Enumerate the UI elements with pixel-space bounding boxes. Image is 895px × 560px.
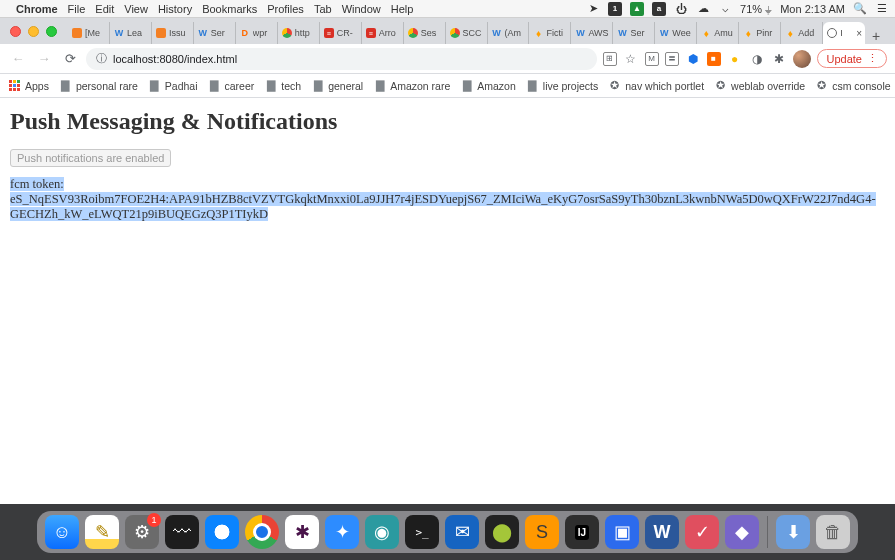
extension-icon[interactable]: 〓 [665,52,679,66]
bookmark-folder[interactable]: ▇live projects [526,79,598,92]
extension-icon[interactable]: ◑ [749,51,765,67]
browser-tab[interactable]: Ses [404,22,446,44]
menu-history[interactable]: History [158,3,192,15]
browser-tab[interactable]: WWee [655,22,697,44]
clock[interactable]: Mon 2:13 AM [780,3,845,15]
dock-app-notes[interactable]: ✎ [85,515,119,549]
status-icon[interactable]: ⏻ [674,2,688,16]
menu-edit[interactable]: Edit [95,3,114,15]
browser-tab[interactable]: ≡CR- [320,22,362,44]
browser-tab[interactable]: WAWS [571,22,613,44]
forward-button[interactable]: → [34,49,54,69]
browser-tab[interactable]: Dwpr [236,22,278,44]
dock-app-zoom[interactable]: ✦ [325,515,359,549]
browser-tab[interactable]: ≡Arro [362,22,404,44]
tab-favicon: W [197,27,209,39]
dock-app-finder[interactable]: ☺ [45,515,79,549]
bookmark-link[interactable]: ✪nav which portlet [608,79,704,92]
profile-avatar[interactable] [793,50,811,68]
dock-app-chrome[interactable] [245,515,279,549]
menu-profiles[interactable]: Profiles [267,3,304,15]
dock-app-generic1[interactable]: ◆ [725,515,759,549]
bookmark-folder[interactable]: ▇Amazon [460,79,516,92]
browser-tab[interactable]: I× [823,22,865,44]
dock-app-iterm[interactable]: >_ [405,515,439,549]
dock-app-trash[interactable]: 🗑 [816,515,850,549]
browser-tab[interactable]: WSer [613,22,655,44]
browser-tab[interactable]: Issu [152,22,194,44]
bookmark-folder[interactable]: ▇general [311,79,363,92]
bookmark-link[interactable]: ✪csm console [815,79,890,92]
dock-app-todo[interactable]: ✓ [685,515,719,549]
battery-status[interactable]: 71% ⏚ [740,3,772,15]
fcm-token-text[interactable]: fcm token: eS_NqESV93Roibm7FOE2H4:APA91b… [10,177,755,222]
window-minimize-button[interactable] [28,26,39,37]
extensions-menu-icon[interactable]: ✱ [771,51,787,67]
status-icon[interactable]: ☁ [696,2,710,16]
browser-tab[interactable]: ♦Add [781,22,823,44]
menu-file[interactable]: File [68,3,86,15]
extension-icon[interactable]: ⬢ [685,51,701,67]
bookmark-folder[interactable]: ▇career [208,79,255,92]
status-icon[interactable]: ➤ [586,2,600,16]
browser-tab[interactable]: WSer [194,22,236,44]
menu-window[interactable]: Window [342,3,381,15]
tab-label: I [840,28,854,38]
status-icon[interactable]: a [652,2,666,16]
new-tab-button[interactable]: + [865,28,887,44]
browser-tab[interactable]: WLea [110,22,152,44]
apps-shortcut[interactable]: Apps [8,79,49,92]
menu-bookmarks[interactable]: Bookmarks [202,3,257,15]
browser-tab[interactable]: W(Am [488,22,530,44]
dock-app-settings[interactable]: ⚙1 [125,515,159,549]
dock-area: ☺✎⚙1〰✱✦◉>_✉⬤SIJ▣W✓◆⬇🗑 [0,504,895,560]
browser-tab[interactable]: [Me [68,22,110,44]
update-button[interactable]: Update⋮ [817,49,887,68]
browser-tab[interactable]: ♦Pinr [739,22,781,44]
dock-app-word[interactable]: W [645,515,679,549]
bookmark-folder[interactable]: ▇tech [264,79,301,92]
dock-app-safari[interactable] [205,515,239,549]
bookmark-folder[interactable]: ▇personal rare [59,79,138,92]
wifi-icon[interactable]: ⌵ [718,2,732,16]
back-button[interactable]: ← [8,49,28,69]
dock-app-outlook[interactable]: ✉ [445,515,479,549]
dock-app-android[interactable]: ⬤ [485,515,519,549]
browser-tab[interactable]: http [278,22,320,44]
tab-label: (Am [505,28,526,38]
dock-app-sim[interactable]: ▣ [605,515,639,549]
browser-tab[interactable]: ♦Ficti [529,22,571,44]
window-close-button[interactable] [10,26,21,37]
site-info-icon[interactable]: ⓘ [96,51,107,66]
dock-app-intellij[interactable]: IJ [565,515,599,549]
bookmark-folder[interactable]: ▇Padhai [148,79,198,92]
extension-icon[interactable]: M [645,52,659,66]
bookmark-folder[interactable]: ▇Amazon rare [373,79,450,92]
extension-icon[interactable]: ● [727,51,743,67]
dock-app-slack[interactable]: ✱ [285,515,319,549]
extension-icon[interactable]: ■ [707,52,721,66]
tab-close-icon[interactable]: × [856,28,862,39]
app-menu[interactable]: Chrome [16,3,58,15]
menu-help[interactable]: Help [391,3,414,15]
bookmark-link[interactable]: ✪weblab override [714,79,805,92]
control-center-icon[interactable]: ☰ [875,2,889,16]
address-bar[interactable]: ⓘ localhost:8080/index.html [86,48,597,70]
reload-button[interactable]: ⟳ [60,49,80,69]
dock-app-activity[interactable]: 〰 [165,515,199,549]
tab-favicon: D [239,27,251,39]
dock-app-chime[interactable]: ◉ [365,515,399,549]
window-zoom-button[interactable] [46,26,57,37]
menu-view[interactable]: View [124,3,148,15]
browser-tab[interactable]: SCC [446,22,488,44]
status-icon[interactable]: ▲ [630,2,644,16]
bookmark-label: career [225,80,255,92]
dock-app-sublime[interactable]: S [525,515,559,549]
dock-app-dl[interactable]: ⬇ [776,515,810,549]
qr-icon[interactable]: ⊞ [603,52,617,66]
spotlight-icon[interactable]: 🔍 [853,2,867,16]
bookmark-star-icon[interactable]: ☆ [623,51,639,67]
status-icon[interactable]: 1 [608,2,622,16]
browser-tab[interactable]: ♦Amu [697,22,739,44]
menu-tab[interactable]: Tab [314,3,332,15]
